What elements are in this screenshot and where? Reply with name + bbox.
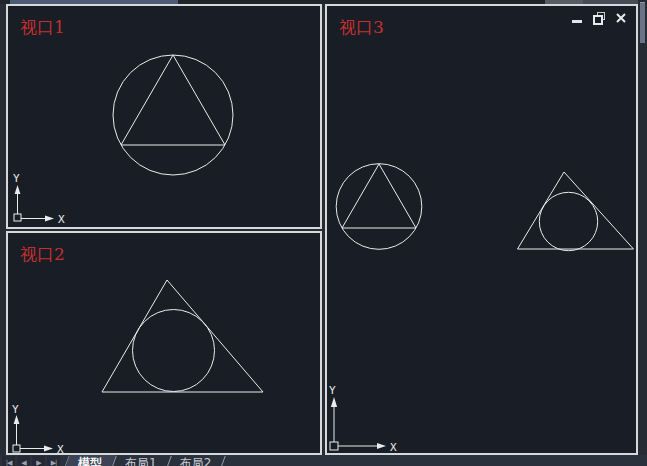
- viewport-3-canvas[interactable]: YX: [327, 6, 636, 453]
- scrollbar-thumb[interactable]: [640, 2, 645, 43]
- tab-layout1[interactable]: 布局1: [114, 455, 168, 466]
- viewport-1[interactable]: YX 视口1: [6, 4, 322, 229]
- svg-text:X: X: [57, 443, 64, 453]
- cad-app-window: YX 视口1 YX 视口2 YX 视口3: [0, 0, 647, 466]
- vertical-scrollbar[interactable]: [638, 0, 647, 455]
- layout-tabs: 模型 布局1 布局2: [66, 455, 223, 466]
- svg-text:Y: Y: [12, 403, 19, 416]
- window-controls: [571, 12, 628, 25]
- viewport-2-canvas[interactable]: YX: [8, 233, 320, 453]
- viewport-1-canvas[interactable]: YX: [8, 6, 320, 227]
- first-page-icon: |◀: [6, 459, 12, 466]
- viewport-2-label: 视口2: [20, 246, 65, 263]
- prev-page-icon: ◀: [21, 459, 25, 466]
- tab-nav-first-button[interactable]: |◀: [2, 456, 15, 466]
- svg-text:X: X: [390, 441, 397, 453]
- tab-layout2[interactable]: 布局2: [169, 455, 223, 466]
- svg-text:Y: Y: [13, 172, 20, 185]
- tab-model[interactable]: 模型: [67, 455, 113, 466]
- viewport-3[interactable]: YX 视口3: [325, 4, 638, 455]
- minimize-button[interactable]: [571, 12, 584, 25]
- close-icon: [616, 13, 626, 23]
- viewport-1-label: 视口1: [20, 19, 65, 36]
- layout-tab-bar: |◀ ◀ ▶ ▶| 模型 布局1 布局2: [0, 455, 647, 466]
- tab-nav-next-button[interactable]: ▶: [32, 456, 45, 466]
- svg-text:X: X: [58, 213, 65, 226]
- restore-button[interactable]: [593, 12, 606, 25]
- viewport-2[interactable]: YX 视口2: [6, 231, 322, 455]
- last-page-icon: ▶|: [51, 459, 57, 466]
- viewport-3-label: 视口3: [339, 19, 384, 36]
- tab-nav-last-button[interactable]: ▶|: [47, 456, 60, 466]
- svg-text:Y: Y: [329, 384, 336, 397]
- next-page-icon: ▶: [36, 459, 40, 466]
- close-button[interactable]: [615, 12, 628, 25]
- tab-nav-prev-button[interactable]: ◀: [17, 456, 30, 466]
- minimize-icon: [572, 20, 582, 23]
- restore-icon: [593, 12, 606, 25]
